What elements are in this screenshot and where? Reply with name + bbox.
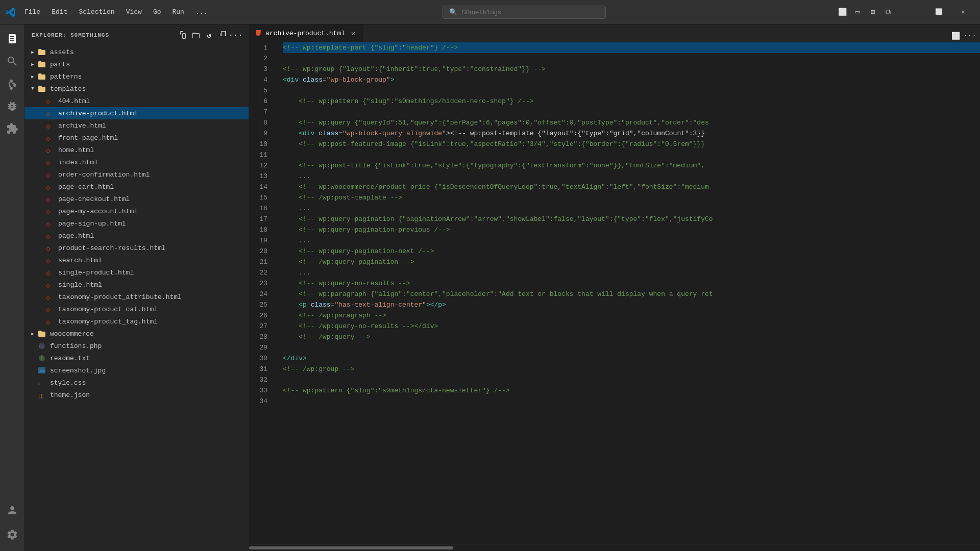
tree-item-page-checkout-html[interactable]: ◇page-checkout.html	[24, 193, 249, 205]
activity-settings[interactable]	[2, 524, 22, 545]
code-line: <!-- wp:post-title {"isLink":true,"style…	[283, 160, 980, 171]
customize-layout-btn[interactable]: ⧉	[882, 6, 894, 18]
tree-item-screenshot-jpg[interactable]: JPGscreenshot.jpg	[24, 364, 249, 377]
tree-item-single-html[interactable]: ◇single.html	[24, 279, 249, 291]
code-content[interactable]: <!-- wp:template-part {"slug":"header"} …	[279, 42, 980, 544]
tree-item-label: page-checkout.html	[58, 195, 249, 203]
menu-view[interactable]: View	[121, 6, 147, 18]
svg-text:◇: ◇	[46, 135, 51, 141]
code-token: <!-- wp:query-pagination-next /-->	[299, 246, 434, 257]
code-line: <!-- wp:query-pagination {"paginationArr…	[283, 214, 980, 224]
new-folder-btn[interactable]	[190, 30, 202, 41]
tree-item-theme-json[interactable]: {}theme.json	[24, 389, 249, 401]
tree-item-front-page-html[interactable]: ◇front-page.html	[24, 132, 249, 144]
tab-archive-product[interactable]: archive-product.html ✕	[249, 24, 364, 42]
tree-item-patterns[interactable]: ▶patterns	[24, 70, 249, 83]
tree-item-order-confirmation-html[interactable]: ◇order-confirmation.html	[24, 168, 249, 181]
activity-debug[interactable]	[2, 96, 22, 116]
tree-item-single-product-html[interactable]: ◇single-product.html	[24, 266, 249, 279]
tree-item-index-html[interactable]: ◇index.html	[24, 156, 249, 168]
tree-item-page-cart-html[interactable]: ◇page-cart.html	[24, 181, 249, 193]
tree-item-taxonomy-product_attribute-html[interactable]: ◇taxonomy-product_attribute.html	[24, 291, 249, 303]
file-icon: ◇	[46, 121, 56, 130]
file-icon: ◇	[46, 256, 56, 264]
tree-item-product-search-results-html[interactable]: ◇product-search-results.html	[24, 242, 249, 254]
horizontal-scrollbar[interactable]	[249, 544, 980, 551]
tab-close-btn[interactable]: ✕	[349, 29, 357, 37]
scrollbar-thumb[interactable]	[249, 546, 453, 549]
file-icon: ◇	[46, 134, 56, 142]
tree-item-parts[interactable]: ▶parts	[24, 58, 249, 70]
tree-item-templates[interactable]: ▼templates	[24, 83, 249, 95]
line-number: 17	[253, 214, 273, 224]
split-editor-btn[interactable]: ⬜	[949, 30, 962, 42]
file-icon: ◇	[46, 305, 56, 313]
menu-go[interactable]: Go	[148, 6, 166, 18]
code-token: ...	[299, 171, 310, 182]
more-actions-btn[interactable]: ···	[230, 30, 241, 41]
menu-file[interactable]: File	[19, 6, 45, 18]
activity-bottom	[2, 500, 22, 547]
more-editor-actions-btn[interactable]: ···	[964, 30, 976, 42]
tree-item-style-css[interactable]: #style.css	[24, 377, 249, 389]
tree-item-page-html[interactable]: ◇page.html	[24, 230, 249, 242]
tree-item-woocommerce[interactable]: ▶woocommerce	[24, 328, 249, 340]
activity-account[interactable]	[2, 500, 22, 520]
menu-run[interactable]: Run	[167, 6, 189, 18]
vscode-icon	[5, 7, 15, 17]
restore-btn[interactable]: ⬜	[927, 4, 950, 20]
file-icon: ◇	[46, 97, 56, 105]
close-btn[interactable]: ✕	[951, 4, 975, 20]
code-token: <!-- wp:post-featured-image {"isLink":tr…	[299, 139, 705, 149]
activity-extensions[interactable]	[2, 118, 22, 139]
code-token: =	[323, 74, 327, 85]
tree-item-readme-txt[interactable]: ireadme.txt	[24, 352, 249, 364]
line-numbers: 1234567891011121314151617181920212223242…	[249, 42, 279, 544]
code-line: ...	[283, 267, 980, 278]
code-editor: 1234567891011121314151617181920212223242…	[249, 42, 980, 544]
tree-item-page-my-account-html[interactable]: ◇page-my-account.html	[24, 205, 249, 217]
new-file-btn[interactable]	[177, 30, 188, 41]
tree-item-home-html[interactable]: ◇home.html	[24, 144, 249, 156]
tree-item-assets[interactable]: ▶assets	[24, 46, 249, 58]
tree-item-functions-php[interactable]: {}functions.php	[24, 340, 249, 352]
tree-item-label: page-sign-up.html	[58, 220, 249, 228]
refresh-btn[interactable]: ↺	[204, 30, 215, 41]
search-input[interactable]	[461, 8, 599, 16]
collapse-all-btn[interactable]	[217, 30, 228, 41]
line-number: 27	[253, 321, 273, 332]
tree-item-taxonomy-product_cat-html[interactable]: ◇taxonomy-product_cat.html	[24, 303, 249, 315]
tree-item-archive-html[interactable]: ◇archive.html	[24, 119, 249, 132]
layout2-btn[interactable]: ⊞	[867, 6, 879, 18]
tree-item-404-html[interactable]: ◇404.html	[24, 95, 249, 107]
menu-edit[interactable]: Edit	[46, 6, 72, 18]
activity-explorer[interactable]	[2, 29, 22, 49]
tree-item-label: search.html	[58, 257, 249, 264]
file-icon: ◇	[46, 170, 56, 179]
menu-selection[interactable]: Selection	[74, 6, 119, 18]
tree-item-taxonomy-product_tag-html[interactable]: ◇taxonomy-product_tag.html	[24, 315, 249, 328]
minimize-btn[interactable]: ─	[902, 4, 926, 20]
svg-text:{}: {}	[39, 344, 43, 349]
line-number: 31	[253, 364, 273, 374]
folder-arrow-icon: ▶	[29, 62, 37, 67]
code-token	[283, 117, 299, 128]
menu-more[interactable]: ...	[190, 6, 212, 18]
tree-item-label: order-confirmation.html	[58, 171, 249, 179]
code-line: <!-- /wp:query-pagination -->	[283, 257, 980, 267]
split-editor-btn[interactable]: ⬜	[836, 6, 848, 18]
svg-text:◇: ◇	[46, 196, 51, 203]
tree-item-search-html[interactable]: ◇search.html	[24, 254, 249, 266]
menu-bar: File Edit Selection View Go Run ...	[19, 6, 212, 18]
activity-search[interactable]	[2, 51, 22, 71]
tree-item-archive-product-html[interactable]: ◇archive-product.html	[24, 107, 249, 119]
global-search-bar[interactable]: 🔍	[443, 6, 606, 19]
tree-item-label: templates	[50, 85, 249, 93]
tree-item-label: archive-product.html	[58, 110, 249, 117]
code-line: <!-- wp:woocommerce/product-price {"isDe…	[283, 182, 980, 192]
activity-source-control[interactable]	[2, 73, 22, 94]
layout-btn[interactable]: ▭	[851, 6, 864, 18]
tree-item-page-sign-up-html[interactable]: ◇page-sign-up.html	[24, 217, 249, 230]
line-number: 13	[253, 171, 273, 182]
tab-bar: archive-product.html ✕ ⬜ ···	[249, 24, 980, 42]
